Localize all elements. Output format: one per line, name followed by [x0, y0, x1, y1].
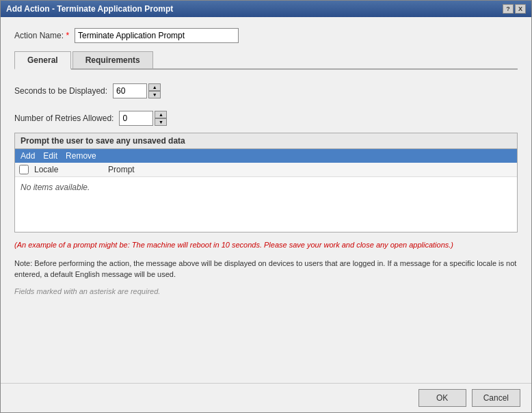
retries-spinner: ▲ ▼ [119, 111, 167, 126]
prompt-table-header: Locale Prompt [15, 163, 517, 177]
info-text: (An example of a prompt might be: The ma… [14, 239, 518, 251]
close-button[interactable]: X [515, 4, 526, 14]
seconds-input[interactable] [113, 83, 147, 98]
tabs-bar: General Requirements [14, 51, 518, 70]
retries-label: Number of Retries Allowed: [14, 114, 114, 123]
empty-message: No items available. [21, 183, 90, 192]
select-all-checkbox[interactable] [19, 165, 29, 174]
seconds-label: Seconds to be Displayed: [14, 86, 107, 96]
dialog-title: Add Action - Terminate Application Promp… [6, 4, 173, 14]
locale-column-header: Locale [34, 165, 103, 174]
dialog-content: Action Name: * General Requirements Seco… [1, 17, 531, 383]
action-name-input[interactable] [75, 28, 239, 43]
prompt-toolbar: Add Edit Remove [15, 149, 517, 163]
seconds-up-btn[interactable]: ▲ [148, 83, 161, 91]
cancel-button[interactable]: Cancel [472, 389, 520, 407]
seconds-field-row: Seconds to be Displayed: ▲ ▼ [14, 83, 518, 98]
retries-spinner-buttons: ▲ ▼ [155, 111, 167, 126]
required-asterisk: * [66, 31, 69, 40]
seconds-spinner-buttons: ▲ ▼ [148, 83, 161, 98]
seconds-spinner: ▲ ▼ [113, 83, 161, 98]
action-name-label: Action Name: * [14, 31, 69, 40]
required-note: Fields marked with an asterisk are requi… [14, 287, 518, 295]
prompt-column-header: Prompt [108, 165, 135, 174]
prompt-section-header: Prompt the user to save any unsaved data [15, 133, 517, 149]
title-bar: Add Action - Terminate Application Promp… [1, 1, 531, 17]
add-button[interactable]: Add [21, 151, 35, 161]
title-bar-buttons: ? X [503, 4, 526, 14]
tab-content-general: Seconds to be Displayed: ▲ ▼ Number of R… [14, 78, 518, 295]
note-text: Note: Before performing the action, the … [14, 258, 518, 280]
dialog-window: Add Action - Terminate Application Promp… [0, 0, 532, 413]
retries-down-btn[interactable]: ▼ [155, 118, 167, 126]
prompt-section: Prompt the user to save any unsaved data… [14, 133, 518, 232]
retries-field-row: Number of Retries Allowed: ▲ ▼ [14, 111, 518, 126]
dialog-footer: OK Cancel [1, 383, 531, 412]
action-name-row: Action Name: * [14, 28, 518, 43]
help-button[interactable]: ? [503, 4, 514, 14]
ok-button[interactable]: OK [418, 389, 466, 407]
tab-general[interactable]: General [14, 51, 71, 70]
retries-input[interactable] [119, 111, 153, 126]
edit-button[interactable]: Edit [43, 151, 57, 161]
remove-button[interactable]: Remove [66, 151, 96, 161]
tab-requirements[interactable]: Requirements [72, 51, 153, 68]
seconds-down-btn[interactable]: ▼ [148, 91, 161, 98]
retries-up-btn[interactable]: ▲ [155, 111, 167, 118]
prompt-table-body: No items available. [15, 177, 517, 232]
